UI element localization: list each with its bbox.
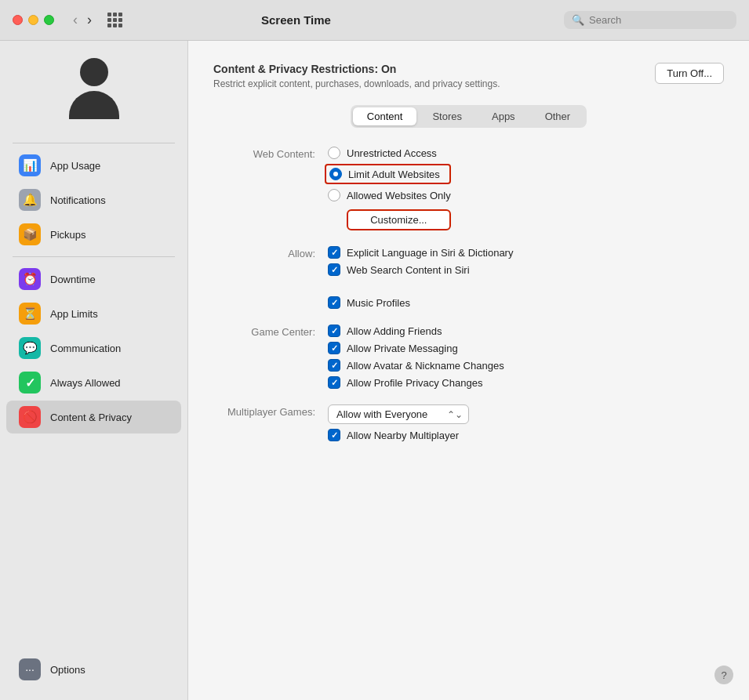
multiplayer-section: Multiplayer Games: Allow with Everyone A… (213, 404, 724, 441)
close-button[interactable] (13, 15, 23, 25)
web-content-label: Web Content: (213, 147, 315, 160)
allow-music-profiles-label: Music Profiles (347, 297, 410, 309)
sidebar-item-app-limits[interactable]: ⏳ App Limits (6, 297, 181, 330)
restrictions-title-prefix: Content & Privacy Restrictions: (213, 63, 381, 75)
allow-nearby-multiplayer[interactable]: Allow Nearby Multiplayer (328, 429, 469, 441)
app-title: Screen Time (38, 13, 554, 27)
allow-adding-friends[interactable]: Allow Adding Friends (328, 325, 504, 337)
game-center-controls: Allow Adding Friends Allow Private Messa… (328, 325, 504, 389)
allow-avatar-changes[interactable]: Allow Avatar & Nickname Changes (328, 359, 504, 372)
sidebar-item-always-allowed[interactable]: ✓ Always Allowed (6, 366, 181, 399)
notifications-icon: 🔔 (19, 189, 41, 211)
allow-adding-friends-checkbox (328, 325, 340, 337)
always-allowed-icon: ✓ (19, 372, 41, 394)
app-limits-icon: ⏳ (19, 303, 41, 325)
content-area: Content & Privacy Restrictions: On Restr… (188, 41, 749, 700)
allow-profile-privacy[interactable]: Allow Profile Privacy Changes (328, 376, 504, 389)
sidebar-divider-top (13, 143, 175, 143)
radio-allowed-only[interactable]: Allowed Websites Only (328, 189, 451, 201)
sidebar-item-downtime[interactable]: ⏰ Downtime (6, 263, 181, 296)
help-button[interactable]: ? (714, 666, 733, 684)
web-content-row: Web Content: Unrestricted Access Limit A… (213, 147, 724, 230)
pickups-icon: 📦 (19, 223, 41, 245)
sidebar: 📊 App Usage 🔔 Notifications 📦 Pickups ⏰ … (0, 41, 188, 700)
sidebar-bottom: ··· Options (0, 647, 187, 692)
allow-explicit-language[interactable]: Explicit Language in Siri & Dictionary (328, 246, 513, 259)
radio-unrestricted-circle (328, 147, 340, 159)
sidebar-divider-mid (13, 256, 175, 257)
sidebar-item-app-usage[interactable]: 📊 App Usage (6, 149, 181, 182)
sidebar-item-notifications[interactable]: 🔔 Notifications (6, 183, 181, 216)
radio-allowed-only-circle (328, 189, 340, 201)
search-bar: 🔍 (564, 11, 736, 29)
options-icon: ··· (19, 658, 41, 680)
allow-profile-privacy-checkbox (328, 376, 340, 389)
sidebar-item-content-privacy[interactable]: 🚫 Content & Privacy (6, 401, 181, 433)
radio-limit-adult-label: Limit Adult Websites (348, 169, 440, 180)
allow-music-profiles[interactable]: Music Profiles (328, 296, 513, 309)
game-center-section: Game Center: Allow Adding Friends Allow … (213, 325, 724, 389)
avatar-head (80, 58, 108, 86)
header-text: Content & Privacy Restrictions: On Restr… (213, 63, 500, 89)
communication-icon: 💬 (19, 337, 41, 359)
multiplayer-row: Multiplayer Games: Allow with Everyone A… (213, 404, 724, 441)
allow-private-messaging-label: Allow Private Messaging (347, 343, 458, 354)
multiplayer-label: Multiplayer Games: (213, 404, 315, 418)
content-privacy-icon: 🚫 (19, 406, 41, 428)
search-icon: 🔍 (572, 14, 584, 26)
multiplayer-controls: Allow with Everyone Allow with Friends O… (328, 404, 469, 441)
allow-avatar-changes-checkbox (328, 359, 340, 372)
allow-web-search-checkbox (328, 263, 340, 276)
sidebar-label-app-limits: App Limits (50, 308, 98, 320)
avatar-body (69, 91, 119, 119)
game-center-label: Game Center: (213, 325, 315, 338)
search-input[interactable] (589, 14, 729, 26)
content-header: Content & Privacy Restrictions: On Restr… (213, 63, 724, 89)
customize-button[interactable]: Customize... (347, 209, 451, 230)
downtime-icon: ⏰ (19, 268, 41, 290)
allow-web-search-label: Web Search Content in Siri (347, 264, 470, 276)
restrictions-description: Restrict explicit content, purchases, do… (213, 78, 500, 89)
sidebar-label-app-usage: App Usage (50, 160, 100, 172)
allow-web-search[interactable]: Web Search Content in Siri (328, 263, 513, 276)
sidebar-label-content-privacy: Content & Privacy (50, 412, 132, 423)
allow-row: Allow: Explicit Language in Siri & Dicti… (213, 246, 724, 309)
allow-section: Allow: Explicit Language in Siri & Dicti… (213, 246, 724, 309)
radio-limit-adult-circle (329, 168, 342, 180)
sidebar-item-pickups[interactable]: 📦 Pickups (6, 218, 181, 251)
tabs: Content Stores Apps Other (351, 105, 587, 128)
sidebar-label-communication: Communication (50, 343, 121, 354)
avatar-section (0, 56, 187, 119)
allow-explicit-language-label: Explicit Language in Siri & Dictionary (347, 247, 513, 259)
restrictions-title: Content & Privacy Restrictions: On (213, 63, 500, 75)
tab-other[interactable]: Other (531, 107, 585, 125)
tab-content[interactable]: Content (353, 107, 417, 125)
radio-unrestricted[interactable]: Unrestricted Access (328, 147, 451, 159)
restrictions-status: On (381, 63, 396, 75)
allow-private-messaging[interactable]: Allow Private Messaging (328, 342, 504, 354)
turn-off-button[interactable]: Turn Off... (655, 63, 724, 84)
allow-private-messaging-checkbox (328, 342, 340, 354)
radio-allowed-only-label: Allowed Websites Only (347, 190, 451, 201)
allow-explicit-language-checkbox (328, 246, 340, 259)
tabs-container: Content Stores Apps Other (213, 105, 724, 128)
radio-limit-adult[interactable]: Limit Adult Websites (325, 164, 451, 184)
sidebar-item-communication[interactable]: 💬 Communication (6, 332, 181, 365)
sidebar-label-always-allowed: Always Allowed (50, 377, 121, 389)
allow-music-profiles-checkbox (328, 296, 340, 309)
sidebar-item-options[interactable]: ··· Options (6, 653, 181, 686)
sidebar-label-notifications: Notifications (50, 194, 106, 206)
allow-avatar-changes-label: Allow Avatar & Nickname Changes (347, 360, 504, 372)
tab-stores[interactable]: Stores (418, 107, 476, 125)
web-content-section: Web Content: Unrestricted Access Limit A… (213, 147, 724, 230)
allow-label: Allow: (213, 246, 315, 259)
titlebar: ‹ › Screen Time 🔍 (0, 0, 749, 41)
sidebar-label-downtime: Downtime (50, 274, 96, 285)
tab-apps[interactable]: Apps (478, 107, 529, 125)
allow-adding-friends-label: Allow Adding Friends (347, 325, 442, 337)
multiplayer-dropdown[interactable]: Allow with Everyone Allow with Friends O… (328, 404, 469, 424)
radio-unrestricted-label: Unrestricted Access (347, 147, 437, 159)
allow-nearby-multiplayer-label: Allow Nearby Multiplayer (347, 430, 459, 441)
allow-profile-privacy-label: Allow Profile Privacy Changes (347, 377, 482, 389)
multiplayer-dropdown-wrapper: Allow with Everyone Allow with Friends O… (328, 404, 469, 424)
